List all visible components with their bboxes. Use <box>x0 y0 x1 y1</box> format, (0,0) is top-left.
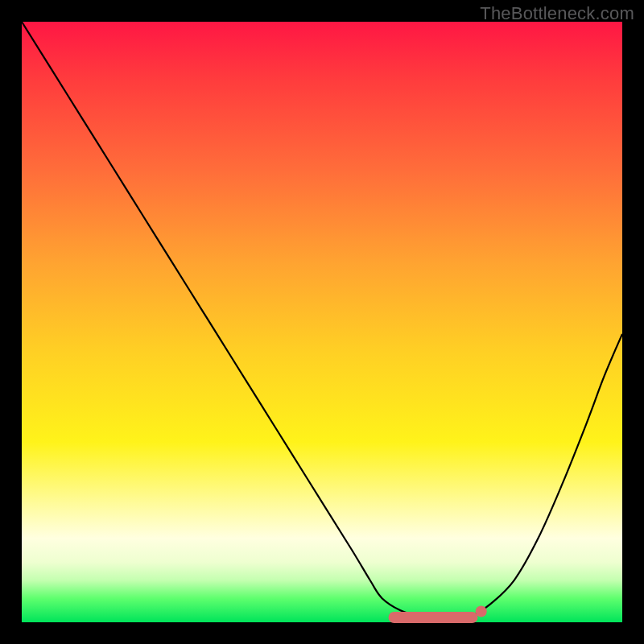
curve-path <box>22 22 622 623</box>
optimal-end-dot <box>476 606 487 617</box>
watermark-text: TheBottleneck.com <box>480 3 634 24</box>
chart-frame: TheBottleneck.com <box>0 0 644 644</box>
bottleneck-curve <box>0 0 644 644</box>
